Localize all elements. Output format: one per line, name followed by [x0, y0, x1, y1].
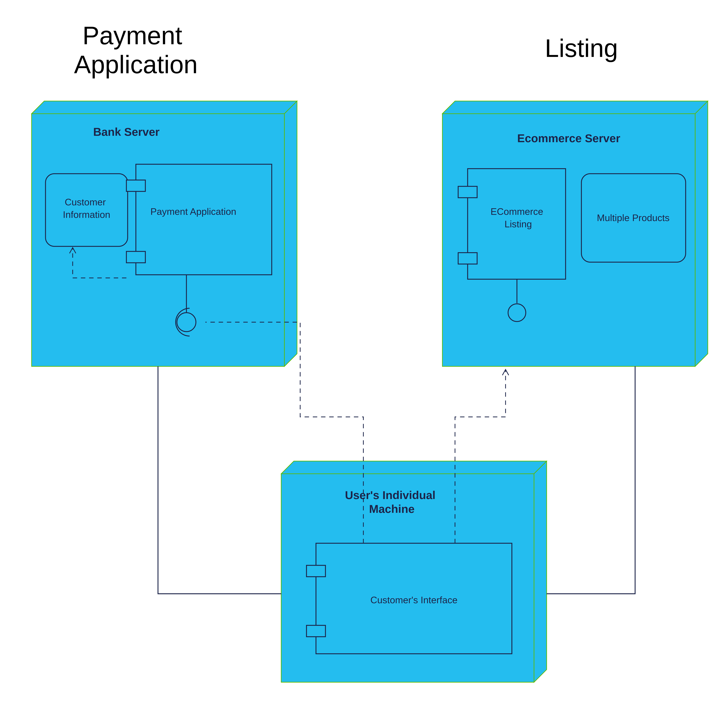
- ecommerce-listing-line1: ECommerce: [490, 206, 543, 217]
- heading-listing: Listing: [545, 34, 618, 62]
- svg-rect-12: [442, 114, 695, 366]
- assoc-bank-to-user: [158, 366, 281, 594]
- heading-payment-line2: Application: [74, 50, 198, 79]
- payment-app-label: Payment Application: [150, 206, 236, 217]
- svg-rect-26: [307, 626, 325, 637]
- ecommerce-server-title: Ecommerce Server: [517, 132, 620, 145]
- bank-server-title: Bank Server: [93, 126, 159, 138]
- node-ecommerce-server: Ecommerce Server ECommerce Listing Multi…: [442, 101, 708, 366]
- deployment-diagram: Payment Application Listing Bank Server …: [0, 0, 728, 698]
- assoc-ecommerce-to-user: [547, 366, 635, 594]
- svg-rect-7: [126, 180, 145, 191]
- node-user-machine: User's Individual Machine Customer's Int…: [281, 461, 547, 682]
- user-machine-line2: Machine: [369, 502, 415, 515]
- svg-marker-2: [284, 101, 297, 366]
- customers-interface-label: Customer's Interface: [370, 595, 457, 605]
- svg-rect-25: [307, 566, 325, 577]
- svg-marker-10: [442, 101, 708, 114]
- heading-payment: Payment Application: [74, 21, 198, 79]
- svg-rect-8: [126, 251, 145, 263]
- svg-marker-20: [281, 461, 547, 474]
- multiple-products-label: Multiple Products: [597, 213, 669, 223]
- svg-marker-11: [695, 101, 708, 366]
- svg-marker-21: [534, 461, 547, 682]
- ecommerce-listing-line2: Listing: [504, 219, 532, 230]
- heading-payment-line1: Payment: [83, 21, 182, 50]
- svg-marker-1: [32, 101, 297, 114]
- svg-rect-3: [32, 114, 284, 366]
- node-bank-server: Bank Server Customer Information Payment…: [32, 101, 297, 366]
- customer-info-line1: Customer: [65, 197, 106, 207]
- user-machine-line1: User's Individual: [345, 489, 436, 501]
- customer-info-line2: Information: [63, 209, 110, 220]
- svg-rect-14: [458, 186, 477, 198]
- svg-rect-15: [458, 253, 477, 264]
